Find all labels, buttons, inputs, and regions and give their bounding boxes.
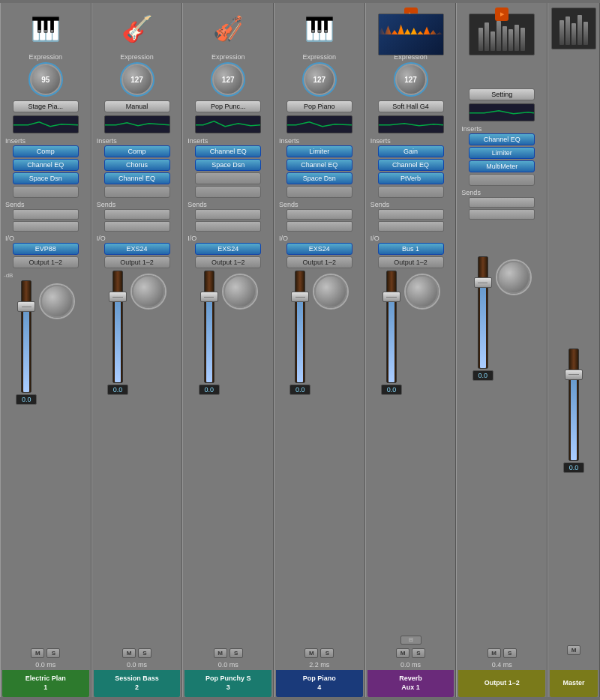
expression-knob-ring-5[interactable]: 127 — [394, 62, 428, 97]
insert-chaneq-4[interactable]: Channel EQ — [286, 159, 352, 171]
insert-spacedsn-4[interactable]: Space Dsn — [286, 172, 352, 184]
latency-6: 0.4 ms — [492, 661, 512, 669]
link-button-5[interactable]: ⊟ — [400, 636, 422, 645]
pan-knob-2[interactable] — [132, 275, 165, 308]
fader-track-4[interactable] — [295, 271, 305, 383]
pan-knob-1[interactable] — [40, 285, 74, 318]
fader-value-5: 0.0 — [381, 384, 402, 395]
insert-spacedsn-1[interactable]: Space Dsn — [13, 172, 79, 184]
insert-limiter-6[interactable]: Limiter — [469, 147, 535, 159]
expression-knob-3[interactable]: 127 — [212, 64, 244, 95]
mute-button-master[interactable]: M — [567, 645, 580, 655]
fader-value-3: 0.0 — [199, 384, 220, 395]
insert-comp-1[interactable]: Comp — [13, 145, 79, 157]
io-input-1[interactable]: EVP88 — [13, 243, 79, 255]
insert-limiter-4[interactable]: Limiter — [286, 145, 352, 157]
insert-chaneq-3[interactable]: Channel EQ — [195, 145, 261, 157]
preset-button-6[interactable]: Setting — [469, 88, 535, 100]
fader-track-3[interactable] — [204, 271, 214, 383]
plugin-image-5 — [378, 13, 444, 55]
insert-comp-2[interactable]: Comp — [104, 145, 170, 157]
insert-chaneq-1[interactable]: Channel EQ — [13, 159, 79, 171]
send-slot-1a[interactable] — [13, 209, 79, 220]
pan-knob-ring-1[interactable] — [39, 283, 75, 319]
insert-chaneq-6[interactable]: Channel EQ — [469, 133, 535, 145]
send-slot-6a[interactable] — [469, 197, 535, 208]
send-slot-5b[interactable] — [378, 221, 444, 232]
expression-knob-ring-2[interactable]: 127 — [120, 62, 154, 97]
instrument-icon-violin: 🎻 — [194, 6, 262, 51]
mute-button-1[interactable]: M — [31, 648, 44, 658]
pan-knob-ring-2[interactable] — [130, 274, 166, 310]
pan-knob-6[interactable] — [497, 261, 530, 294]
preset-button-5[interactable]: Soft Hall G4 — [378, 100, 444, 112]
expression-section-2: Expression 127 — [120, 53, 154, 97]
insert-chaneq-5[interactable]: Channel EQ — [378, 159, 444, 171]
preset-button-4[interactable]: Pop Piano — [286, 100, 352, 112]
fader-track-6[interactable] — [478, 256, 488, 369]
solo-button-1[interactable]: S — [46, 648, 60, 658]
io-output-5[interactable]: Output 1–2 — [378, 256, 444, 268]
fader-track-2[interactable] — [112, 271, 123, 383]
solo-button-5[interactable]: S — [412, 648, 425, 658]
io-output-4[interactable]: Output 1–2 — [286, 256, 352, 268]
io-output-2[interactable]: Output 1–2 — [104, 256, 170, 268]
io-input-3[interactable]: EXS24 — [195, 243, 261, 255]
solo-button-3[interactable]: S — [230, 648, 243, 658]
solo-button-2[interactable]: S — [138, 648, 152, 658]
mute-button-6[interactable]: M — [488, 648, 501, 658]
insert-gain-5[interactable]: Gain — [378, 145, 444, 157]
instrument-icon-waveform: ▶ — [377, 6, 445, 51]
instrument-icon-mixer: ▶ — [468, 6, 536, 51]
fader-track-5[interactable] — [386, 271, 397, 383]
fader-track-master[interactable] — [568, 349, 579, 461]
fader-track-1[interactable] — [21, 280, 32, 393]
io-input-4[interactable]: EXS24 — [286, 243, 352, 255]
io-output-1[interactable]: Output 1–2 — [13, 256, 79, 268]
solo-button-6[interactable]: S — [503, 648, 517, 658]
pan-knob-5[interactable] — [406, 275, 439, 308]
expression-knob-1[interactable]: 95 — [30, 64, 62, 95]
expression-knob-ring-4[interactable]: 127 — [302, 62, 337, 97]
channel-name-bar-6: Output 1–2 — [458, 670, 545, 697]
expression-knob-ring-3[interactable]: 127 — [211, 62, 245, 97]
preset-button-3[interactable]: Pop Punc... — [195, 100, 261, 112]
mini-strip — [578, 15, 582, 45]
expression-knob-ring-1[interactable]: 95 — [28, 62, 63, 97]
insert-ptverb-5[interactable]: PtVerb — [378, 172, 444, 184]
pan-knob-4[interactable] — [314, 275, 347, 308]
io-input-5[interactable]: Bus 1 — [378, 243, 444, 255]
fader-section-5: 0.0 — [368, 269, 454, 635]
pan-knob-ring-5[interactable] — [404, 274, 440, 310]
send-slot-4b[interactable] — [286, 221, 352, 232]
insert-multimeter-6[interactable]: MultiMeter — [469, 160, 535, 172]
io-input-2[interactable]: EXS24 — [104, 243, 170, 255]
send-slot-4a[interactable] — [286, 209, 352, 220]
pan-knob-ring-3[interactable] — [222, 274, 258, 310]
preset-button-2[interactable]: Manual — [104, 100, 170, 112]
expression-knob-4[interactable]: 127 — [304, 64, 335, 95]
mute-button-3[interactable]: M — [214, 648, 227, 658]
pan-knob-ring-6[interactable] — [496, 259, 532, 295]
send-slot-2b[interactable] — [104, 221, 170, 232]
preset-button-1[interactable]: Stage Pia... — [13, 100, 79, 112]
insert-spacedsn-3[interactable]: Space Dsn — [195, 159, 261, 171]
send-slot-2a[interactable] — [104, 209, 170, 220]
instrument-icon-guitar: 🎸 — [104, 6, 171, 51]
insert-chorus-2[interactable]: Chorus — [104, 159, 170, 171]
solo-button-4[interactable]: S — [320, 648, 334, 658]
send-slot-5a[interactable] — [378, 209, 444, 220]
send-slot-3b[interactable] — [195, 221, 261, 232]
pan-knob-3[interactable] — [224, 275, 256, 308]
send-slot-6b[interactable] — [469, 209, 535, 220]
send-slot-3a[interactable] — [195, 209, 261, 220]
expression-knob-2[interactable]: 127 — [122, 64, 153, 95]
pan-knob-ring-4[interactable] — [313, 274, 349, 310]
mute-button-5[interactable]: M — [396, 648, 410, 658]
expression-knob-5[interactable]: 127 — [395, 64, 427, 95]
send-slot-1b[interactable] — [13, 221, 79, 232]
mute-button-4[interactable]: M — [304, 648, 318, 658]
mute-button-2[interactable]: M — [122, 648, 136, 658]
insert-chaneq-2[interactable]: Channel EQ — [104, 172, 170, 184]
io-output-3[interactable]: Output 1–2 — [195, 256, 261, 268]
